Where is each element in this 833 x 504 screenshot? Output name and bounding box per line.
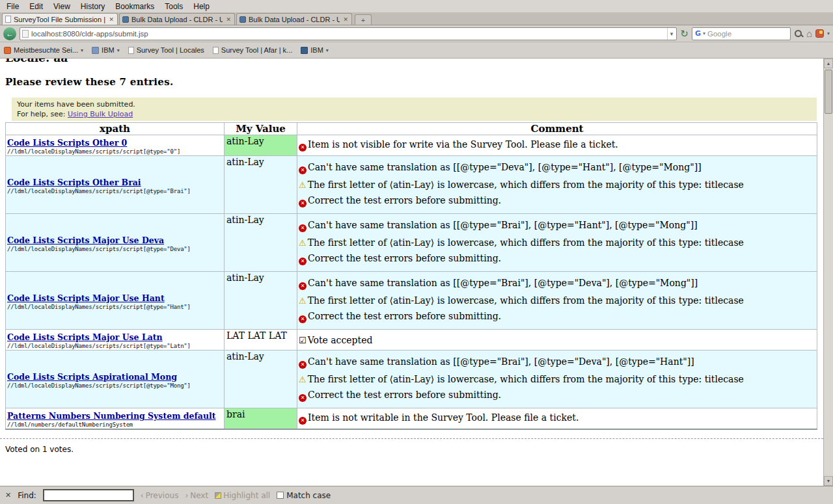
my-value-cell: atin-Lay bbox=[225, 156, 297, 214]
xpath-path: //ldml/localeDisplayNames/scripts/script… bbox=[7, 304, 223, 310]
site-icon bbox=[301, 47, 308, 54]
xpath-link[interactable]: Code Lists Scripts Other 0 bbox=[7, 138, 127, 148]
xpath-cell: Code Lists Scripts Other Brai//ldml/loca… bbox=[6, 156, 225, 214]
chevron-left-icon: ‹ bbox=[141, 491, 144, 500]
comment-cell: ✕Item is not writable in the Survey Tool… bbox=[297, 408, 817, 430]
bookmark-label: Meistbesuchte Sei... bbox=[14, 46, 78, 54]
bookmark-item[interactable]: IBM▾ bbox=[92, 46, 120, 54]
menu-history[interactable]: History bbox=[75, 1, 110, 12]
review-table: xpath My Value Comment Code Lists Script… bbox=[5, 122, 817, 430]
warning-icon: ⚠ bbox=[299, 238, 307, 248]
xpath-link[interactable]: Code Lists Scripts Major Use Deva bbox=[7, 235, 164, 245]
menu-help[interactable]: Help bbox=[188, 1, 215, 12]
warning-icon: ⚠ bbox=[299, 180, 307, 190]
chevron-down-icon: ▾ bbox=[117, 47, 120, 53]
bulk-upload-help-link[interactable]: Using Bulk Upload bbox=[68, 110, 133, 118]
review-heading: Please review these 7 entries. bbox=[5, 76, 823, 88]
comment-text: Can't have same translation as [[@type="… bbox=[308, 278, 698, 288]
bookmark-item[interactable]: Meistbesuchte Sei...▾ bbox=[4, 46, 83, 54]
xpath-path: //ldml/localeDisplayNames/scripts/script… bbox=[7, 246, 223, 252]
url-dropdown-icon[interactable]: ▾ bbox=[667, 28, 675, 40]
back-button[interactable]: ← bbox=[3, 27, 16, 40]
comment-line: ✕Item is not writable in the Survey Tool… bbox=[299, 412, 815, 425]
tab-close-icon[interactable]: ✕ bbox=[108, 16, 115, 23]
most-visited-icon bbox=[4, 47, 11, 54]
clipped-heading: Locale: aa bbox=[5, 59, 823, 65]
tab-close-icon[interactable]: ✕ bbox=[225, 16, 232, 23]
addon-icon[interactable] bbox=[815, 29, 824, 38]
bookmark-label: IBM bbox=[310, 46, 323, 54]
xpath-path: //ldml/localeDisplayNames/scripts/script… bbox=[7, 343, 223, 349]
scroll-up-arrow-icon[interactable]: ▲ bbox=[824, 59, 833, 68]
find-input[interactable] bbox=[43, 489, 134, 501]
xpath-link[interactable]: Code Lists Scripts Other Brai bbox=[7, 178, 141, 187]
vertical-scrollbar[interactable]: ▲ ▼ bbox=[823, 59, 833, 486]
search-go-icon[interactable] bbox=[794, 29, 803, 38]
xpath-link[interactable]: Code Lists Scripts Aspirational Mong bbox=[7, 372, 177, 382]
comment-text: Can't have same translation as [[@type="… bbox=[308, 220, 698, 230]
xpath-path: //ldml/localeDisplayNames/scripts/script… bbox=[7, 382, 223, 389]
tab-title: SurveyTool File Submission | ... bbox=[14, 16, 105, 23]
tab-3[interactable]: Bulk Data Upload - CLDR - Un...✕ bbox=[236, 13, 352, 25]
bookmark-item[interactable]: IBM▾ bbox=[301, 46, 329, 54]
error-icon: ✕ bbox=[299, 315, 307, 323]
reload-icon[interactable]: ↻ bbox=[680, 29, 689, 38]
my-value-cell: atin-Lay bbox=[225, 272, 297, 330]
bookmark-item[interactable]: Survey Tool | Afar | k... bbox=[213, 46, 292, 54]
new-tab-button[interactable]: + bbox=[355, 14, 372, 25]
match-case-checkbox[interactable]: Match case bbox=[277, 491, 331, 500]
menu-edit[interactable]: Edit bbox=[24, 1, 48, 12]
browser-window: FileEditViewHistoryBookmarksToolsHelp Su… bbox=[0, 0, 833, 504]
menu-file[interactable]: File bbox=[1, 1, 24, 12]
scrollbar-thumb[interactable] bbox=[825, 70, 832, 114]
new-tab-icon: + bbox=[361, 16, 365, 24]
error-icon: ✕ bbox=[299, 144, 307, 152]
find-next-button[interactable]: ›Next bbox=[185, 491, 208, 500]
bookmark-label: Survey Tool | Afar | k... bbox=[221, 46, 292, 54]
table-row: Code Lists Scripts Other Brai//ldml/loca… bbox=[6, 156, 817, 214]
table-row: Code Lists Scripts Major Use Deva//ldml/… bbox=[6, 214, 817, 272]
xpath-path: //ldml/localeDisplayNames/scripts/script… bbox=[7, 148, 223, 155]
comment-cell: ✕Can't have same translation as [[@type=… bbox=[297, 156, 817, 214]
search-box[interactable]: G ▾ Google bbox=[692, 27, 791, 40]
vote-summary: Voted on 1 votes. bbox=[5, 445, 823, 454]
find-previous-button[interactable]: ‹Previous bbox=[141, 491, 179, 500]
chevron-down-icon: ▾ bbox=[326, 47, 329, 53]
xpath-link[interactable]: Code Lists Scripts Major Use Latn bbox=[7, 332, 163, 342]
comment-cell: ✕Item is not visible for write via the S… bbox=[297, 135, 817, 156]
results-table-body: Code Lists Scripts Other 0//ldml/localeD… bbox=[6, 135, 817, 430]
search-engine-dropdown-icon[interactable]: ▾ bbox=[703, 31, 705, 36]
bookmark-label: IBM bbox=[102, 46, 115, 54]
url-bar[interactable]: localhost:8080/cldr-apps/submit.jsp ▾ bbox=[20, 27, 677, 40]
highlight-all-button[interactable]: Highlight all bbox=[215, 491, 270, 500]
menu-tools[interactable]: Tools bbox=[159, 1, 188, 12]
xpath-link[interactable]: Patterns Numbers Numbering System defaul… bbox=[7, 411, 216, 421]
my-value-cell: atin-Lay bbox=[225, 214, 297, 272]
comment-text: Correct the test errors before submittin… bbox=[308, 390, 501, 400]
toolbar-overflow-icon[interactable]: ▾ bbox=[827, 31, 830, 36]
tab-close-icon[interactable]: ✕ bbox=[342, 16, 349, 23]
menu-view[interactable]: View bbox=[48, 1, 75, 12]
menu-bookmarks[interactable]: Bookmarks bbox=[110, 1, 159, 12]
scroll-down-arrow-icon[interactable]: ▼ bbox=[824, 476, 833, 486]
comment-line: ✕Correct the test errors before submitti… bbox=[299, 253, 815, 265]
find-bar: ✕ Find: ‹Previous ›Next Highlight all Ma… bbox=[0, 486, 833, 504]
xpath-link[interactable]: Code Lists Scripts Major Use Hant bbox=[7, 293, 165, 303]
folder-icon bbox=[92, 47, 99, 54]
find-close-icon[interactable]: ✕ bbox=[5, 491, 11, 499]
column-header-comment: Comment bbox=[297, 123, 817, 135]
notice-line-1: Your items have been submitted. bbox=[17, 99, 812, 109]
table-row: Code Lists Scripts Major Use Latn//ldml/… bbox=[6, 330, 817, 351]
comment-text: Correct the test errors before submittin… bbox=[308, 195, 501, 206]
chevron-down-icon: ▾ bbox=[81, 47, 83, 53]
comment-line: ⚠The first letter of ⟨atin-Lay⟩ is lower… bbox=[299, 237, 815, 248]
tab-2[interactable]: Bulk Data Upload - CLDR - Un...✕ bbox=[119, 13, 235, 25]
home-icon[interactable]: ⌂ bbox=[806, 29, 812, 38]
search-placeholder: Google bbox=[707, 30, 787, 38]
comment-text: The first letter of ⟨atin-Lay⟩ is lowerc… bbox=[308, 237, 744, 248]
notice-box: Your items have been submitted. For help… bbox=[12, 98, 817, 121]
find-next-label: Next bbox=[190, 491, 208, 500]
warning-icon: ⚠ bbox=[299, 375, 307, 384]
bookmark-item[interactable]: Survey Tool | Locales bbox=[128, 46, 204, 54]
tab-1[interactable]: SurveyTool File Submission | ...✕ bbox=[2, 13, 118, 25]
